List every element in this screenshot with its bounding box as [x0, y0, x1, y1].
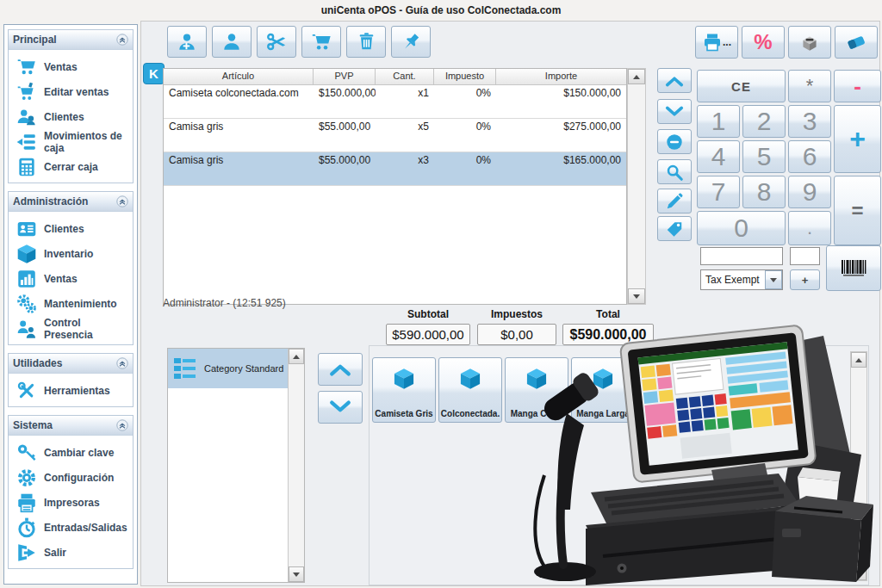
discount-button[interactable]: % — [742, 26, 785, 59]
category-up-button[interactable] — [318, 353, 363, 386]
sidebar-item-ventas[interactable]: Ventas — [11, 54, 130, 79]
erase-button[interactable] — [835, 26, 878, 59]
section-header[interactable]: Utilidades — [9, 354, 133, 374]
edit-line-button[interactable] — [657, 189, 692, 214]
sidebar-item-inventario[interactable]: Inventario — [11, 241, 130, 266]
percent-icon: % — [754, 30, 772, 54]
scroll-up-button[interactable] — [628, 69, 645, 84]
pin-ticket-button[interactable] — [391, 26, 431, 58]
attributes-button[interactable] — [657, 216, 692, 241]
search-product-button[interactable] — [657, 159, 692, 184]
digit-6-key[interactable]: 6 — [788, 140, 831, 173]
customer-add-icon — [176, 31, 198, 53]
sidebar-item-movimientos[interactable]: Movimientos de caja — [11, 129, 130, 154]
digit-9-key[interactable]: 9 — [788, 176, 831, 208]
tax-select-value: Tax Exempt — [701, 274, 765, 286]
delete-line-button[interactable] — [657, 129, 692, 154]
sidebar-item-clientes[interactable]: Clientes — [11, 104, 130, 129]
sidebar-item-control-presencia[interactable]: Control Presencia — [11, 316, 130, 341]
digit-7-key[interactable]: 7 — [697, 176, 740, 208]
digit-3-key[interactable]: 3 — [788, 105, 831, 138]
table-row-selected[interactable]: Camisa gris $55.000,00 x3 0% $165.000,00 — [164, 152, 626, 186]
section-title: Sistema — [13, 419, 53, 431]
digit-4-key[interactable]: 4 — [697, 140, 740, 173]
scroll-down-button[interactable] — [851, 565, 866, 580]
cell-article: Camisa gris — [164, 152, 314, 185]
section-header[interactable]: Principal — [9, 30, 133, 50]
sidebar-item-admin-ventas[interactable]: Ventas — [11, 266, 130, 291]
cell-qty: x3 — [376, 152, 434, 185]
digit-1-key[interactable]: 1 — [697, 105, 740, 138]
split-receipt-button[interactable] — [257, 26, 296, 58]
print-receipt-button[interactable]: ... — [695, 26, 738, 59]
open-drawer-button[interactable] — [788, 26, 831, 59]
clear-key[interactable]: CE — [697, 70, 786, 102]
customer-add-button[interactable] — [167, 26, 207, 58]
equals-key[interactable]: = — [834, 176, 881, 245]
cart-edit-icon — [16, 81, 38, 103]
digit-0-key[interactable]: 0 — [697, 211, 786, 245]
scroll-up-button[interactable] — [851, 352, 866, 368]
digit-5-key[interactable]: 5 — [742, 140, 786, 173]
multiply-key[interactable]: * — [788, 70, 831, 102]
product-scrollbar[interactable] — [850, 351, 867, 581]
barcode-button[interactable] — [826, 245, 881, 291]
digit-2-key[interactable]: 2 — [742, 105, 786, 138]
sidebar-item-label: Entradas/Salidas — [44, 522, 127, 534]
ticket-scrollbar[interactable] — [627, 68, 646, 305]
scroll-down-button[interactable] — [289, 566, 304, 582]
tax-select-arrow-button[interactable] — [765, 270, 782, 289]
product-button-camiseta-gris[interactable]: Camiseta Gris — [372, 357, 436, 423]
table-row[interactable]: Camiseta colconectada.com $150.000,00 x1… — [164, 85, 626, 119]
add-units-button[interactable]: + — [790, 269, 820, 290]
sidebar-item-label: Editar ventas — [44, 86, 109, 98]
section-header[interactable]: Sistema — [9, 416, 133, 436]
tax-select[interactable]: Tax Exempt — [700, 269, 783, 290]
sidebar-item-admin-clientes[interactable]: Clientes — [11, 216, 130, 241]
category-down-button[interactable] — [318, 391, 363, 424]
collapse-icon[interactable] — [116, 419, 128, 431]
sidebar-item-impresoras[interactable]: Impresoras — [11, 490, 130, 515]
sidebar-item-configuracion[interactable]: Configuración — [11, 465, 130, 490]
customer-icon — [220, 31, 243, 53]
product-button-manga-larga[interactable]: Manga Larga — [571, 357, 635, 423]
category-scrollbar[interactable] — [288, 349, 304, 582]
section-header[interactable]: Administración — [9, 192, 133, 212]
digit-8-key[interactable]: 8 — [742, 176, 786, 208]
sidebar-item-salir[interactable]: Salir — [11, 540, 130, 565]
collapse-icon[interactable] — [116, 357, 128, 369]
table-row[interactable]: Camisa gris $55.000,00 x5 0% $275.000,00 — [164, 119, 626, 152]
move-line-down-button[interactable] — [657, 99, 692, 124]
sidebar-item-cambiar-clave[interactable]: Cambiar clave — [11, 440, 130, 465]
category-item-selected[interactable]: Category Standard — [168, 349, 288, 388]
customer-button[interactable] — [212, 26, 252, 58]
product-button-manga-corta[interactable]: Manga Corta — [505, 357, 568, 423]
total-value: $590.000,00 — [562, 324, 654, 345]
amount-input[interactable] — [700, 247, 783, 265]
trash-icon — [356, 31, 377, 53]
sidebar-item-cerrar-caja[interactable]: Cerrar caja — [11, 154, 130, 179]
product-button-colconectada[interactable]: Colconectada. — [438, 357, 502, 423]
add-key[interactable]: + — [834, 105, 881, 173]
section-title: Administración — [13, 195, 88, 207]
sidebar-item-mantenimiento[interactable]: Mantenimiento — [11, 291, 130, 316]
product-label: Manga Larga — [576, 409, 630, 418]
decimal-key[interactable]: . — [788, 211, 831, 245]
calculator-icon — [16, 156, 38, 178]
category-list: Category Standard — [168, 349, 288, 582]
sidebar-item-herramientas[interactable]: Herramientas — [11, 378, 130, 403]
subtract-key[interactable]: - — [834, 70, 881, 102]
sidebar-item-entradas-salidas[interactable]: Entradas/Salidas — [11, 515, 130, 540]
delete-ticket-button[interactable] — [346, 26, 386, 58]
scroll-down-button[interactable] — [628, 288, 645, 304]
product-label: Manga Corta — [511, 409, 563, 418]
collapse-icon[interactable] — [116, 34, 128, 46]
sidebar-item-editar-ventas[interactable]: Editar ventas — [11, 79, 130, 104]
move-line-up-button[interactable] — [657, 68, 692, 93]
collapse-icon[interactable] — [116, 195, 128, 207]
stopwatch-icon — [16, 517, 38, 539]
scroll-up-button[interactable] — [289, 349, 304, 364]
units-input[interactable] — [790, 247, 820, 265]
main-panel: ... % K Artículo PVP Cant. Impuesto Impo… — [140, 21, 880, 586]
new-ticket-button[interactable] — [301, 26, 341, 58]
